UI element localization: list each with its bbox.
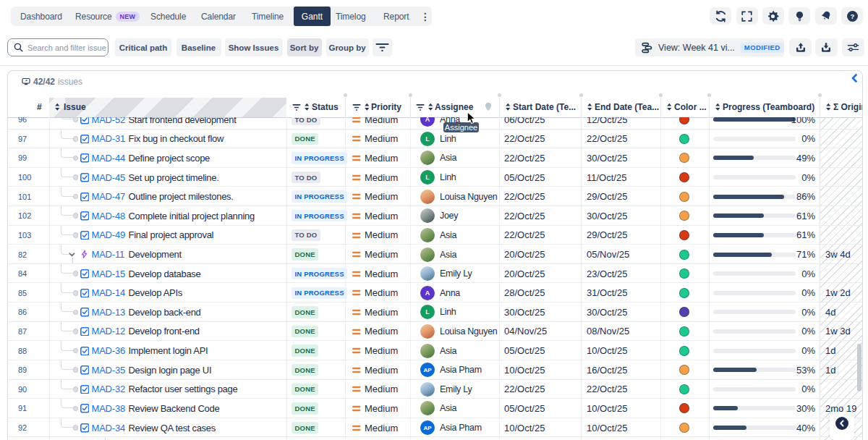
svg-text:?: ?	[850, 12, 854, 20]
